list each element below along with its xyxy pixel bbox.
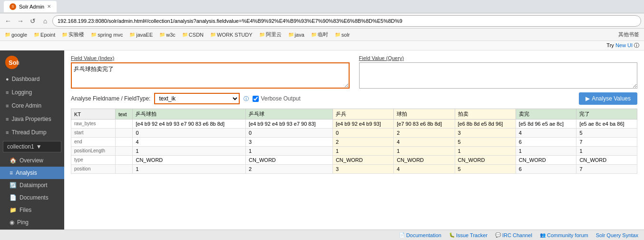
verbose-checkbox[interactable] [253, 96, 259, 102]
cell-qp-end: 4 [394, 138, 455, 147]
sidebar-item-ping[interactable]: ◉ Ping [0, 216, 64, 229]
sidebar-sub-label: Dataimport [20, 182, 48, 189]
address-bar[interactable] [52, 15, 641, 27]
solr-query-syntax-label: Solr Query Syntax [596, 232, 638, 238]
cell-ppq2-positionlength: 1 [245, 147, 332, 156]
refresh-button[interactable]: ↺ [28, 16, 38, 26]
field-value-query-label[interactable]: Field Value (Query) [359, 55, 638, 61]
sidebar-item-documents[interactable]: 📄 Documents [0, 191, 64, 204]
cell-wl-type: CN_WORD [576, 156, 637, 165]
sidebar-item-dataimport[interactable]: 🔃 Dataimport [0, 179, 64, 191]
analyse-btn-icon: ▶ [585, 95, 590, 102]
analyse-values-button[interactable]: ▶ Analyse Values [579, 92, 637, 105]
cell-pm-rawbytes: [e6 8b 8d e5 8d 96] [455, 120, 516, 129]
table-row-position: position 1 2 3 4 5 6 7 [71, 165, 637, 174]
tab-close-icon[interactable]: ✕ [47, 4, 51, 9]
community-forum-label: Community forum [547, 232, 588, 238]
back-button[interactable]: ← [3, 16, 13, 26]
bookmark-google[interactable]: 📁 google [3, 31, 29, 39]
col-header-pp: 乒兵 [332, 109, 393, 120]
sidebar-item-label: Java Properties [11, 116, 51, 122]
cell-qp-type: CN_WORD [394, 156, 455, 165]
cell-ppq2-end: 3 [245, 138, 332, 147]
sidebar-item-overview[interactable]: 🏠 Overview [0, 154, 64, 167]
bookmark-aliyun[interactable]: 📁 阿里云 [257, 30, 283, 39]
collection-label: collection1 [7, 143, 34, 150]
home-button[interactable]: ⌂ [40, 16, 50, 26]
documents-icon: 📄 [10, 194, 17, 201]
sidebar-item-analysis[interactable]: ≡ Analysis [0, 167, 64, 179]
cell-ppq-rawbytes: [e4 b9 92 e4 b9 93 e7 90 83 e6 8b 8d] [133, 120, 246, 129]
bookmark-other[interactable]: 其他书签 [616, 30, 641, 39]
verbose-label: Verbose Output [261, 95, 300, 102]
cell-ppq2-type: CN_WORD [245, 156, 332, 165]
bookmark-temp[interactable]: 📁 临时 [309, 30, 330, 39]
documentation-link[interactable]: 📄 Documentation [399, 232, 441, 238]
sidebar-item-java-properties[interactable]: ≡ Java Properties [0, 112, 64, 126]
bookmark-java[interactable]: 📁 java [286, 31, 306, 39]
cell-wl-start: 5 [576, 129, 637, 138]
sidebar-item-label: Thread Dump [11, 129, 46, 136]
bookmark-epoint[interactable]: 📁 Epoint [32, 31, 57, 39]
bookmark-lab[interactable]: 📁 实验楼 [60, 30, 86, 39]
cell-qp-rawbytes: [e7 90 83 e6 8b 8d] [394, 120, 455, 129]
bookmark-solr[interactable]: 📁 solr [333, 31, 352, 39]
cell-mw-position: 6 [516, 165, 576, 174]
issue-tracker-link[interactable]: 🐛 Issue Tracker [449, 232, 488, 238]
cell-pm-start: 3 [455, 129, 516, 138]
cell-mw-rawbytes: [e5 8d 96 e5 ae 8c] [516, 120, 576, 129]
bookmark-w3c[interactable]: 📁 w3c [157, 31, 177, 39]
bookmark-javaee[interactable]: 📁 javaEE [127, 31, 155, 39]
irc-channel-icon: 💬 [495, 232, 501, 238]
cell-wl-positionlength: 1 [576, 147, 637, 156]
col-header-ppq2: 乒乓球 [245, 109, 332, 120]
solr-query-syntax-link[interactable]: Solr Query Syntax [596, 232, 638, 238]
fieldtype-select[interactable]: text_ik text_general string [154, 93, 240, 104]
field-value-index-group: Field Value (Index) 乒乓球拍卖完了 [71, 55, 350, 89]
svg-text:Solr: Solr [9, 59, 19, 66]
cell-mw-end: 6 [516, 138, 576, 147]
bookmark-workstudy[interactable]: 📁 WORK STUDY [208, 31, 254, 39]
col-header-kt: KT [71, 109, 116, 120]
solr-favicon: S [10, 3, 16, 10]
field-value-query-input[interactable] [359, 62, 638, 89]
cell-pp-position: 3 [332, 165, 393, 174]
cell-mw-type: CN_WORD [516, 156, 576, 165]
table-row-end: end 4 3 2 4 5 6 7 [71, 138, 637, 147]
sidebar-item-core-admin[interactable]: ≡ Core Admin [0, 99, 64, 112]
bookmark-csdn[interactable]: 📁 CSDN [180, 31, 205, 39]
sidebar-item-label: Core Admin [11, 102, 41, 109]
irc-channel-link[interactable]: 💬 IRC Channel [495, 232, 532, 238]
field-value-index-input[interactable]: 乒乓球拍卖完了 [71, 62, 350, 89]
cell-text-type [115, 156, 133, 165]
cell-text-start [115, 129, 133, 138]
cell-ppq2-start: 0 [245, 129, 332, 138]
sidebar-item-logging[interactable]: ≡ Logging [0, 86, 64, 99]
new-ui-link[interactable]: New UI [615, 42, 633, 48]
cell-text-rawbytes [115, 120, 133, 129]
community-forum-link[interactable]: 👥 Community forum [540, 232, 588, 238]
cell-ppq-type: CN_WORD [133, 156, 246, 165]
fieldtype-info-icon[interactable]: ⓘ [244, 95, 249, 102]
cell-pp-rawbytes: [e4 b9 92 e4 b9 93] [332, 120, 393, 129]
verbose-output-group: Verbose Output [253, 95, 300, 102]
analysis-icon: ≡ [10, 170, 13, 176]
label-position: position [71, 165, 116, 174]
field-value-index-label[interactable]: Field Value (Index) [71, 55, 350, 61]
cell-text-positionlength [115, 147, 133, 156]
issue-tracker-label: Issue Tracker [456, 232, 488, 238]
field-value-query-group: Field Value (Query) [359, 55, 638, 89]
sidebar-item-dashboard[interactable]: ● Dashboard [0, 72, 64, 86]
tab-title: Solr Admin [19, 4, 44, 10]
analysis-table: KT text 乒乓球拍 乒乓球 乒兵 球拍 拍卖 卖完 完了 raw_byte… [71, 109, 637, 174]
sidebar-item-thread-dump[interactable]: ≡ Thread Dump [0, 126, 64, 139]
cell-pm-end: 5 [455, 138, 516, 147]
browser-tab[interactable]: S Solr Admin ✕ [4, 1, 57, 12]
sidebar-item-files[interactable]: 📁 Files [0, 204, 64, 216]
collection-dropdown[interactable]: collection1 ▼ [3, 141, 61, 152]
cell-wl-rawbytes: [e5 ae 8c e4 ba 86] [576, 120, 637, 129]
forward-button[interactable]: → [15, 16, 26, 26]
cell-pm-type: CN_WORD [455, 156, 516, 165]
cell-qp-position: 4 [394, 165, 455, 174]
bookmark-springmvc[interactable]: 📁 spring mvc [89, 31, 125, 39]
